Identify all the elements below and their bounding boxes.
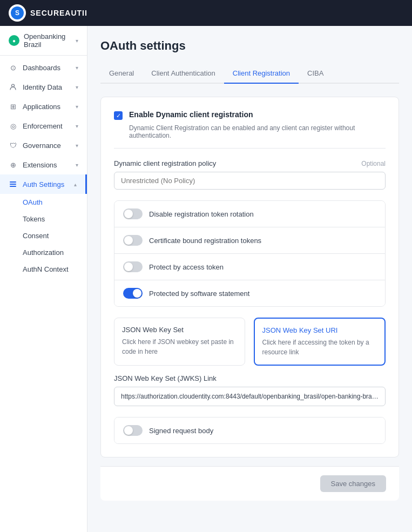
enable-dynamic-row: ✓ Enable Dynamic client registration [114, 110, 386, 120]
env-icon: ● [9, 35, 19, 46]
sidebar-item-dashboards[interactable]: ⊙ Dashboards ▾ [0, 58, 87, 77]
enable-dynamic-description: Dynamic Client Registration can be enabl… [114, 124, 386, 139]
sidebar-item-extensions[interactable]: ⊕ Extensions ▾ [0, 155, 87, 174]
toggle-cert-bound[interactable] [123, 235, 143, 246]
checkmark-icon: ✓ [116, 112, 121, 119]
optional-label: Optional [361, 160, 386, 167]
toggle-software-statement[interactable] [123, 288, 143, 299]
sidebar: ● Openbanking Brazil ▾ ⊙ Dashboards ▾ Id… [0, 26, 87, 532]
tab-general[interactable]: General [100, 64, 143, 84]
logo: S SECUREAUTII [9, 4, 87, 22]
toggle-row-protect-access: Protect by access token [114, 254, 385, 280]
enforcement-icon: ◎ [9, 122, 17, 130]
sidebar-sub-oauth[interactable]: OAuth [0, 194, 87, 211]
jwks-link-label: JSON Web Key Set (JWKS) Link [114, 374, 386, 382]
divider [114, 148, 386, 149]
sidebar-item-enforcement[interactable]: ◎ Enforcement ▾ [0, 116, 87, 136]
svg-rect-2 [10, 184, 16, 185]
sidebar-label: Extensions [23, 161, 70, 169]
sidebar-label: Auth Settings [23, 180, 69, 188]
jwks-json-desc: Click here if JSON webkey set paste in c… [122, 337, 237, 356]
toggle-label-cert-bound: Certificate bound registration tokens [149, 237, 261, 245]
svg-rect-1 [10, 181, 16, 183]
jwks-link-input[interactable] [114, 387, 386, 406]
main-content: OAuth settings General Client Authentica… [87, 26, 412, 532]
sidebar-sub-tokens[interactable]: Tokens [0, 211, 87, 227]
logo-circle: S [9, 4, 26, 22]
sidebar-label: Dashboards [23, 64, 70, 72]
sidebar-label: Applications [23, 103, 70, 111]
sidebar-item-identity-data[interactable]: Identity Data ▾ [0, 77, 87, 97]
save-button[interactable]: Save changes [320, 475, 386, 492]
toggle-knob [124, 210, 133, 218]
chevron-icon: ▾ [76, 65, 78, 71]
governance-icon: 🛡 [9, 141, 17, 150]
chevron-icon: ▾ [76, 143, 78, 149]
jwks-json-title: JSON Web Key Set [122, 326, 237, 334]
logo-inner: S [11, 6, 24, 19]
toggle-knob [124, 426, 133, 435]
enable-dynamic-label: Enable Dynamic client registration [129, 110, 253, 119]
chevron-down-icon: ▾ [76, 38, 78, 44]
tab-client-auth[interactable]: Client Authentication [143, 64, 224, 84]
jwks-uri-desc: Click here if accessing the token by a r… [262, 338, 377, 357]
page-title: OAuth settings [100, 39, 399, 53]
toggle-row-cert-bound: Certificate bound registration tokens [114, 227, 385, 254]
footer: Save changes [100, 466, 399, 501]
toggle-label-disable-rotation: Disable registration token rotation [149, 210, 254, 218]
jwks-card-json[interactable]: JSON Web Key Set Click here if JSON webk… [114, 318, 245, 366]
auth-settings-icon [9, 180, 17, 188]
topbar: S SECUREAUTII [0, 0, 412, 26]
policy-field-label: Dynamic client registration policy [114, 159, 216, 167]
dashboards-icon: ⊙ [9, 63, 17, 72]
toggle-label-software-statement: Protected by software statement [149, 289, 249, 298]
signed-request-section: Signed request body [114, 417, 386, 444]
enable-dynamic-label-group: Enable Dynamic client registration [129, 110, 253, 119]
jwks-card-uri[interactable]: JSON Web Key Set URI Click here if acces… [254, 318, 386, 366]
toggle-signed-request[interactable] [123, 425, 143, 436]
jwks-cards: JSON Web Key Set Click here if JSON webk… [114, 318, 386, 366]
client-registration-card: ✓ Enable Dynamic client registration Dyn… [100, 97, 399, 457]
chevron-icon: ▾ [76, 123, 78, 129]
jwks-section: JSON Web Key Set Click here if JSON webk… [114, 318, 386, 406]
sidebar-label: Identity Data [23, 83, 70, 91]
sidebar-sub-consent[interactable]: Consent [0, 227, 87, 244]
policy-field-input[interactable] [114, 172, 386, 190]
env-label: Openbanking Brazil [24, 32, 71, 49]
toggles-section: Disable registration token rotation Cert… [114, 200, 386, 307]
jwks-uri-title: JSON Web Key Set URI [262, 326, 377, 334]
sidebar-item-governance[interactable]: 🛡 Governance ▾ [0, 136, 87, 155]
chevron-icon: ▾ [76, 84, 78, 90]
tab-ciba[interactable]: CIBA [299, 64, 332, 84]
toggle-knob [124, 262, 133, 271]
logo-s-text: S [15, 9, 19, 17]
extensions-icon: ⊕ [9, 160, 17, 169]
tab-client-registration[interactable]: Client Registration [224, 64, 299, 84]
sidebar-sub-authorization[interactable]: Authorization [0, 244, 87, 261]
chevron-icon: ▾ [76, 162, 78, 168]
env-selector[interactable]: ● Openbanking Brazil ▾ [0, 26, 87, 56]
toggle-label-protect-access: Protect by access token [149, 263, 224, 271]
enable-dynamic-checkbox[interactable]: ✓ [114, 111, 123, 120]
toggle-row-signed-request: Signed request body [114, 417, 385, 443]
toggle-knob [133, 289, 141, 298]
sidebar-item-applications[interactable]: ⊞ Applications ▾ [0, 97, 87, 116]
toggle-row-disable-rotation: Disable registration token rotation [114, 201, 385, 227]
sidebar-sub-authn-context[interactable]: AuthN Context [0, 261, 87, 278]
sidebar-label: Enforcement [23, 122, 70, 130]
applications-icon: ⊞ [9, 102, 17, 111]
toggle-label-signed-request: Signed request body [149, 427, 213, 435]
sidebar-label: Governance [23, 142, 70, 150]
tabs-bar: General Client Authentication Client Reg… [100, 64, 399, 84]
policy-field-header: Dynamic client registration policy Optio… [114, 159, 386, 167]
chevron-up-icon: ▴ [74, 181, 77, 187]
toggle-disable-rotation[interactable] [123, 208, 143, 219]
app-title: SECUREAUTII [30, 9, 87, 17]
identity-icon [9, 83, 17, 91]
toggle-row-software-statement: Protected by software statement [114, 280, 385, 306]
sidebar-item-auth-settings[interactable]: Auth Settings ▴ [0, 174, 87, 194]
svg-rect-3 [10, 186, 16, 187]
toggle-protect-access[interactable] [123, 261, 143, 272]
policy-field-section: Dynamic client registration policy Optio… [114, 159, 386, 190]
chevron-icon: ▾ [76, 104, 78, 110]
